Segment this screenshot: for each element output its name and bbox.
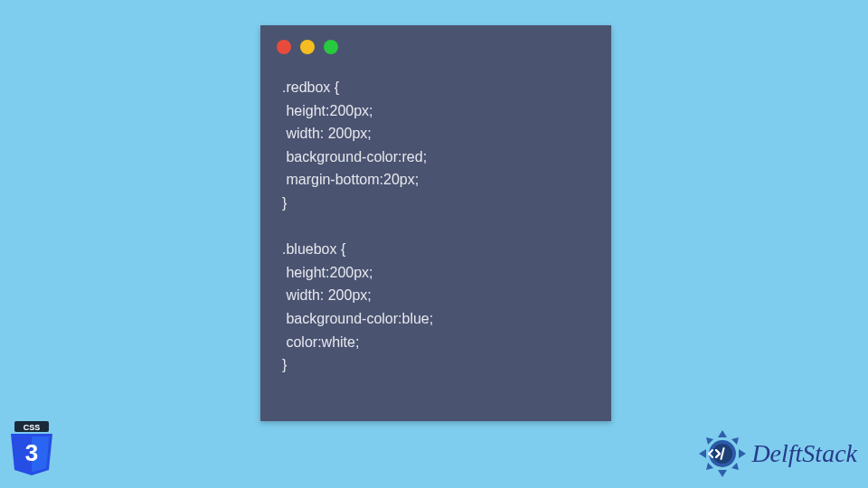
css3-badge-icon: CSS 3 xyxy=(9,421,54,475)
delftstack-emblem-icon xyxy=(697,428,748,479)
svg-marker-7 xyxy=(706,437,713,445)
svg-marker-6 xyxy=(739,449,746,458)
css-badge-version: 3 xyxy=(25,439,38,466)
svg-marker-5 xyxy=(699,449,706,458)
svg-marker-9 xyxy=(706,463,713,470)
code-content: .redbox { height:200px; width: 200px; ba… xyxy=(282,76,590,407)
code-window: .redbox { height:200px; width: 200px; ba… xyxy=(260,25,611,421)
svg-marker-8 xyxy=(731,437,739,445)
svg-marker-10 xyxy=(731,463,739,470)
svg-marker-4 xyxy=(718,470,727,477)
svg-marker-3 xyxy=(718,430,727,437)
css-badge-label: CSS xyxy=(24,423,41,432)
minimize-icon[interactable] xyxy=(300,40,315,54)
delftstack-logo: DelftStack xyxy=(697,428,857,479)
maximize-icon[interactable] xyxy=(324,40,338,54)
delftstack-text: DelftStack xyxy=(751,439,857,468)
window-controls xyxy=(277,40,338,54)
close-icon[interactable] xyxy=(277,40,291,54)
